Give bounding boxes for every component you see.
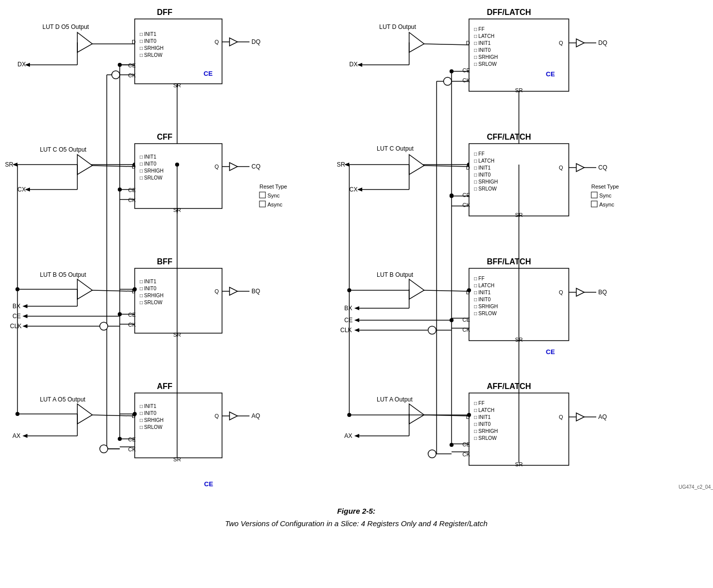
svg-text:DX: DX — [17, 61, 26, 68]
svg-text:□ SRLOW: □ SRLOW — [474, 435, 497, 441]
svg-text:DFF: DFF — [157, 8, 172, 16]
svg-text:□ SRLOW: □ SRLOW — [474, 311, 497, 316]
svg-text:□ FF: □ FF — [474, 276, 484, 281]
svg-text:□ LATCH: □ LATCH — [474, 33, 494, 39]
svg-text:CK: CK — [128, 197, 136, 203]
svg-rect-210 — [591, 192, 597, 198]
svg-text:□ FF: □ FF — [474, 400, 484, 406]
svg-point-255 — [450, 318, 454, 322]
svg-text:□ INIT0: □ INIT0 — [474, 297, 491, 302]
svg-text:SR: SR — [337, 161, 345, 168]
svg-text:□ INIT0: □ INIT0 — [140, 161, 157, 167]
svg-text:□ LATCH: □ LATCH — [474, 283, 494, 288]
svg-text:CFF/LATCH: CFF/LATCH — [487, 133, 531, 141]
svg-text:□ SRLOW: □ SRLOW — [140, 300, 163, 305]
svg-point-142 — [118, 312, 122, 316]
svg-text:LUT B O5 Output: LUT B O5 Output — [40, 271, 86, 278]
svg-text:□ INIT0: □ INIT0 — [140, 38, 157, 44]
svg-text:DFF/LATCH: DFF/LATCH — [487, 8, 531, 16]
svg-text:CLK: CLK — [340, 327, 352, 334]
svg-text:CE: CE — [204, 480, 213, 488]
svg-text:CFF: CFF — [157, 133, 172, 141]
svg-point-171 — [444, 77, 452, 85]
svg-text:AX: AX — [12, 432, 20, 439]
svg-text:AQ: AQ — [251, 412, 260, 419]
svg-text:□ SRHIGH: □ SRHIGH — [474, 54, 498, 60]
svg-text:CE: CE — [12, 313, 21, 320]
svg-text:□ SRHIGH: □ SRHIGH — [474, 304, 498, 309]
svg-text:CK: CK — [463, 451, 471, 457]
svg-text:□ SRHIGH: □ SRHIGH — [140, 293, 164, 298]
svg-text:LUT C Output: LUT C Output — [377, 145, 414, 152]
svg-text:UG474_c2_04_101210: UG474_c2_04_101210 — [679, 484, 713, 490]
svg-text:□ INIT0: □ INIT0 — [474, 421, 491, 427]
svg-point-301 — [118, 63, 122, 67]
svg-text:BX: BX — [12, 303, 20, 310]
svg-text:Q: Q — [215, 288, 219, 294]
svg-text:CK: CK — [128, 72, 136, 78]
svg-text:AX: AX — [344, 432, 352, 439]
svg-text:□ INIT1: □ INIT1 — [474, 40, 491, 46]
svg-text:Q: Q — [215, 413, 219, 419]
svg-text:BQ: BQ — [251, 288, 260, 295]
svg-text:LUT D Output: LUT D Output — [379, 23, 416, 30]
svg-point-129 — [100, 445, 108, 453]
svg-text:CK: CK — [128, 446, 136, 452]
svg-text:□ LATCH: □ LATCH — [474, 158, 494, 164]
svg-text:LUT D O5 Output: LUT D O5 Output — [42, 23, 89, 30]
svg-point-302 — [450, 69, 454, 73]
svg-text:LUT B Output: LUT B Output — [377, 271, 414, 278]
svg-text:CE: CE — [128, 187, 136, 193]
svg-text:□ SRLOW: □ SRLOW — [140, 424, 163, 430]
svg-text:CE: CE — [344, 317, 353, 324]
svg-point-283 — [428, 450, 436, 458]
svg-text:□ SRLOW: □ SRLOW — [474, 61, 497, 67]
svg-text:CQ: CQ — [598, 164, 607, 171]
svg-text:□ SRHIGH: □ SRHIGH — [140, 45, 164, 51]
svg-text:□ SRHIGH: □ SRHIGH — [140, 168, 164, 174]
svg-text:DQ: DQ — [251, 38, 260, 45]
svg-text:Figure 2-5:: Figure 2-5: — [337, 507, 376, 515]
svg-text:LUT C O5 Output: LUT C O5 Output — [40, 146, 87, 153]
svg-text:□ INIT0: □ INIT0 — [140, 286, 157, 291]
svg-text:Async: Async — [599, 201, 614, 207]
svg-rect-64 — [259, 201, 265, 207]
svg-text:□ SRHIGH: □ SRHIGH — [474, 179, 498, 185]
svg-text:CE: CE — [463, 441, 470, 447]
page-container: DFF □ INIT1 □ INIT0 □ SRHIGH □ SRLOW D C… — [0, 0, 713, 588]
svg-point-246 — [428, 326, 436, 334]
svg-rect-62 — [259, 192, 265, 198]
svg-text:□ INIT1: □ INIT1 — [474, 414, 491, 420]
svg-text:DQ: DQ — [598, 39, 607, 46]
svg-text:CX: CX — [17, 186, 26, 193]
svg-text:□ INIT1: □ INIT1 — [140, 403, 157, 409]
svg-text:CK: CK — [128, 322, 136, 328]
svg-point-249 — [467, 288, 471, 292]
svg-text:CE: CE — [546, 348, 555, 356]
svg-text:BQ: BQ — [598, 289, 607, 296]
svg-text:Q: Q — [215, 39, 219, 45]
svg-text:Two Versions of Configuration : Two Versions of Configuration in a Slice… — [225, 519, 487, 528]
svg-text:Reset Type: Reset Type — [259, 184, 287, 190]
svg-text:Q: Q — [559, 289, 563, 295]
svg-text:CE: CE — [128, 312, 136, 318]
svg-point-95 — [100, 322, 108, 330]
svg-text:□ SRLOW: □ SRLOW — [140, 175, 163, 181]
svg-text:AFF: AFF — [157, 382, 172, 391]
svg-text:□ INIT1: □ INIT1 — [474, 165, 491, 171]
svg-text:CQ: CQ — [251, 163, 260, 170]
svg-text:Q: Q — [559, 40, 563, 46]
svg-text:□ INIT1: □ INIT1 — [474, 290, 491, 295]
svg-text:□ FF: □ FF — [474, 151, 484, 157]
svg-text:Async: Async — [267, 201, 282, 207]
svg-text:□ FF: □ FF — [474, 26, 484, 32]
svg-point-143 — [118, 437, 122, 441]
svg-text:AQ: AQ — [598, 413, 607, 420]
svg-text:□ INIT1: □ INIT1 — [140, 279, 157, 284]
svg-text:BX: BX — [344, 305, 352, 312]
svg-text:CK: CK — [463, 327, 471, 333]
svg-text:□ INIT0: □ INIT0 — [474, 172, 491, 178]
svg-text:□ INIT1: □ INIT1 — [140, 154, 157, 160]
svg-text:SR: SR — [5, 161, 13, 168]
svg-text:CE: CE — [463, 67, 470, 73]
